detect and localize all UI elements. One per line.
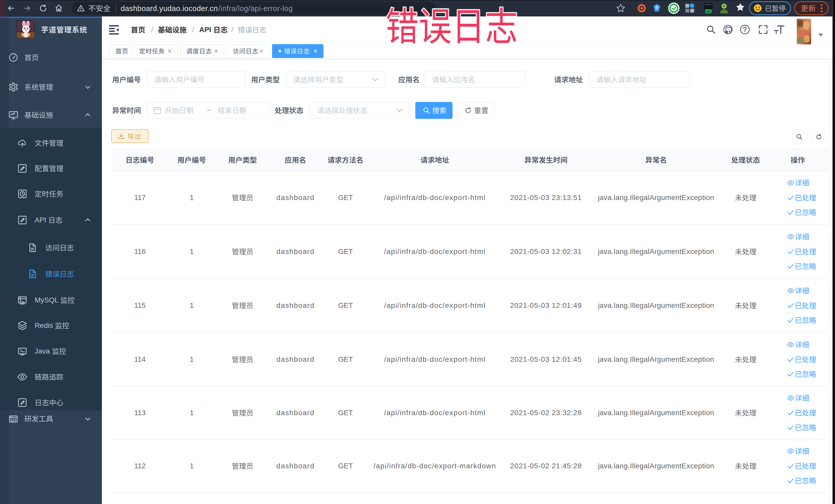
svg-text:on: on bbox=[707, 10, 710, 13]
